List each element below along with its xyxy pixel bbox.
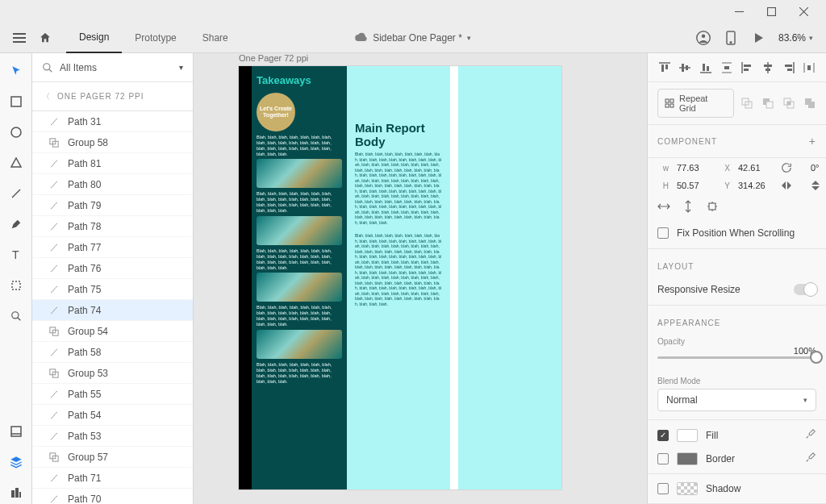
flip-h-icon[interactable] [780, 179, 793, 192]
chevron-down-icon: ▾ [179, 63, 183, 72]
layer-row[interactable]: Path 80 [32, 174, 193, 195]
artboard-label[interactable]: One Pager 72 ppi [239, 53, 308, 63]
border-row[interactable]: Border [648, 447, 826, 470]
canvas[interactable]: One Pager 72 ppi Takeaways Let's Create … [194, 53, 647, 504]
pen-tool[interactable] [5, 213, 27, 235]
plugins-panel-icon[interactable] [5, 481, 27, 504]
eyedropper-icon[interactable] [805, 452, 816, 465]
add-component-button[interactable]: + [809, 135, 816, 148]
tab-design[interactable]: Design [66, 23, 122, 53]
subtract-icon[interactable] [761, 97, 774, 110]
ellipse-tool[interactable] [5, 121, 27, 144]
window-minimize[interactable] [729, 2, 749, 21]
shadow-swatch[interactable] [677, 482, 698, 495]
layer-row[interactable]: Path 77 [32, 237, 193, 258]
svg-rect-25 [682, 64, 684, 72]
zoom-dropdown[interactable]: 83.6% ▾ [778, 32, 813, 44]
fill-checkbox[interactable] [657, 430, 669, 441]
border-checkbox[interactable] [657, 453, 669, 464]
layer-row[interactable]: Path 79 [32, 195, 193, 216]
layer-row[interactable]: Path 75 [32, 279, 193, 300]
layer-row[interactable]: Path 78 [32, 216, 193, 237]
intersect-icon[interactable] [782, 97, 795, 110]
artboard-tool[interactable] [5, 274, 27, 297]
layer-row[interactable]: Path 74 [32, 300, 193, 321]
layer-row[interactable]: Path 53 [32, 426, 193, 447]
layer-row[interactable]: Path 31 [32, 111, 193, 132]
distribute-h-icon[interactable] [803, 61, 816, 74]
union-icon[interactable] [740, 97, 753, 110]
polygon-tool[interactable] [5, 152, 27, 174]
align-vcenter-icon[interactable] [678, 61, 691, 74]
layers-breadcrumb[interactable]: 〈 ONE PAGER 72 PPI [32, 82, 193, 111]
inspector-panel: Repeat Grid COMPONENT + w X H Y [647, 53, 826, 504]
align-bottom-icon[interactable] [699, 61, 712, 74]
responsive-toggle[interactable] [794, 284, 816, 295]
cloud-icon [355, 31, 368, 44]
flip-v-icon[interactable] [809, 179, 822, 192]
width-input[interactable] [675, 162, 712, 173]
layers-filter[interactable]: All Items ▾ [32, 53, 193, 82]
blend-mode-select[interactable]: Normal ▾ [657, 389, 816, 411]
play-icon[interactable] [751, 31, 766, 45]
responsive-row[interactable]: Responsive Resize [648, 277, 826, 302]
shadow-checkbox[interactable] [657, 483, 669, 494]
window-maximize[interactable] [761, 2, 781, 21]
mobile-preview-icon[interactable] [724, 31, 738, 45]
layer-row[interactable]: Path 76 [32, 258, 193, 279]
align-right-icon[interactable] [782, 61, 795, 74]
document-title[interactable]: Sidebar One Pager * ▾ [355, 31, 471, 44]
layers-panel-icon[interactable] [5, 451, 27, 473]
border-swatch[interactable] [677, 452, 698, 465]
layer-row[interactable]: Path 71 [32, 468, 193, 489]
window-close[interactable] [794, 2, 813, 21]
scroll-both-icon[interactable] [706, 200, 719, 213]
layers-list[interactable]: Path 31Group 58Path 81Path 80Path 79Path… [32, 111, 193, 504]
rotate-icon[interactable] [780, 161, 793, 174]
fix-position-checkbox[interactable] [657, 227, 669, 239]
exclude-icon[interactable] [803, 97, 816, 110]
scroll-v-icon[interactable] [682, 200, 695, 213]
fill-row[interactable]: Fill [648, 423, 826, 447]
distribute-v-icon[interactable] [720, 61, 733, 74]
opacity-slider[interactable] [657, 346, 816, 369]
rotation-input[interactable] [809, 162, 826, 173]
layer-row[interactable]: Group 54 [32, 321, 193, 342]
fix-position-row[interactable]: Fix Position When Scrolling [648, 221, 826, 245]
home-button[interactable] [34, 27, 56, 49]
layer-row[interactable]: Path 81 [32, 153, 193, 174]
tab-share[interactable]: Share [190, 23, 241, 53]
menubar: Design Prototype Share Sidebar One Pager… [0, 23, 826, 53]
line-tool[interactable] [5, 182, 27, 205]
layer-row[interactable]: Group 57 [32, 447, 193, 468]
layer-row[interactable]: Path 54 [32, 405, 193, 426]
assets-panel-icon[interactable] [5, 420, 27, 443]
select-tool[interactable] [5, 60, 27, 82]
align-top-icon[interactable] [658, 61, 671, 74]
shadow-row[interactable]: Shadow [648, 477, 826, 500]
layer-row[interactable]: Group 53 [32, 363, 193, 384]
x-input[interactable] [736, 162, 774, 173]
layer-row[interactable]: Path 70 [32, 489, 193, 504]
svg-rect-33 [766, 69, 770, 71]
tab-prototype[interactable]: Prototype [122, 23, 189, 53]
layer-row[interactable]: Path 55 [32, 384, 193, 405]
layer-row[interactable]: Group 58 [32, 132, 193, 153]
layer-row[interactable]: Path 58 [32, 342, 193, 363]
chevron-down-icon: ▾ [803, 396, 807, 404]
rectangle-tool[interactable] [5, 90, 27, 113]
artboard[interactable]: Takeaways Let's Create Together! Blah, b… [239, 66, 561, 489]
align-hcenter-icon[interactable] [761, 61, 774, 74]
eyedropper-icon[interactable] [805, 428, 816, 442]
hamburger-menu[interactable] [8, 27, 31, 49]
svg-rect-29 [724, 66, 729, 69]
user-icon[interactable] [696, 31, 711, 45]
scroll-h-icon[interactable] [657, 200, 670, 213]
fill-swatch[interactable] [677, 429, 698, 442]
repeat-grid-button[interactable]: Repeat Grid [657, 89, 734, 118]
zoom-tool[interactable] [5, 305, 27, 327]
align-left-icon[interactable] [740, 61, 753, 74]
height-input[interactable] [675, 180, 712, 191]
text-tool[interactable]: T [5, 244, 27, 266]
y-input[interactable] [736, 180, 774, 191]
